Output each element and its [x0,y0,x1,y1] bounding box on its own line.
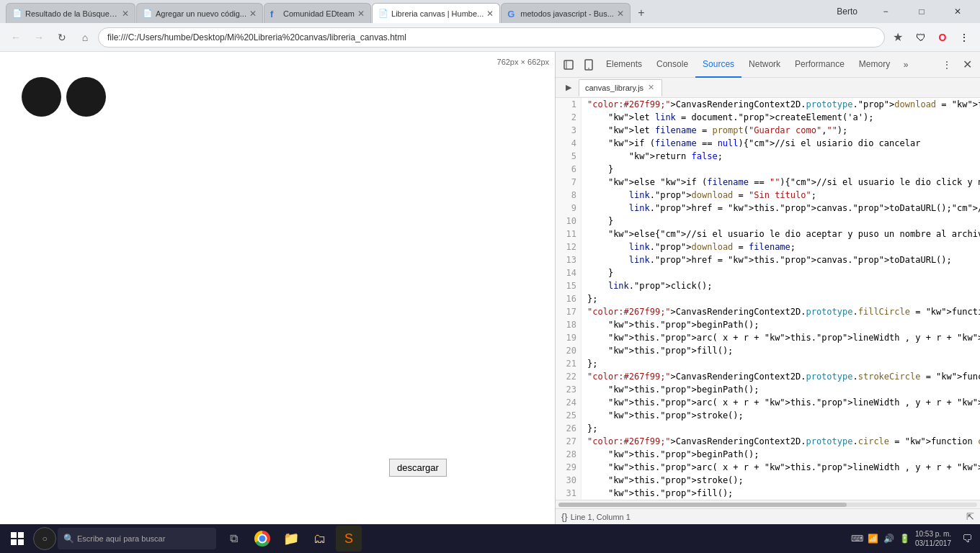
tab-agregar[interactable]: 📄 Agregar un nuevo códig... ✕ [136,3,263,23]
code-line-25: "kw">this."prop">stroke(); [587,409,974,422]
devtools-device-button[interactable] [579,55,599,75]
line-num-2: 2 [556,111,576,124]
scrollbar-track[interactable] [558,503,977,507]
format-button[interactable]: ⇱ [966,511,974,522]
code-line-24: "kw">this."prop">arc( x + r + "kw">this.… [587,396,974,409]
taskbar-file-explorer[interactable]: 📁 [278,526,304,552]
taskbar-file-manager[interactable]: 🗂 [307,526,333,552]
chrome-icon [254,531,270,547]
code-editor: 1234567891011121314151617181920212223242… [556,98,980,500]
tab-close-1[interactable]: ✕ [122,9,129,19]
line-num-3: 3 [556,124,576,137]
devtools-close-button[interactable]: ✕ [957,55,977,75]
close-button[interactable]: ✕ [941,0,974,23]
line-num-17: 17 [556,305,576,318]
tab-performance[interactable]: Performance [788,52,852,78]
home-button[interactable]: ⌂ [75,27,95,48]
code-line-29: "kw">this."prop">arc( x + r + "kw">this.… [587,461,974,474]
line-num-8: 8 [556,189,576,202]
new-tab-button[interactable]: + [631,3,651,23]
status-left: {} Line 1, Column 1 [561,511,631,522]
devtools-more-tabs[interactable]: » [897,55,914,75]
circle-2 [66,77,106,117]
code-line-31: "kw">this."prop">fill(); [587,487,974,500]
tab-favicon-3: f [270,9,280,19]
code-line-11: "kw">else{"cm">//si el usuario le dio ac… [587,228,974,240]
code-line-17: "color:#267f99;">CanvasRenderingContext2… [587,305,974,318]
cortana-button[interactable]: ○ [33,527,56,550]
tab-label-5: metodos javascript - Bus... [520,9,614,18]
code-line-30: "kw">this."prop">stroke(); [587,474,974,487]
tab-close-3[interactable]: ✕ [357,9,365,19]
tab-memory[interactable]: Memory [852,52,897,78]
tab-label-2: Agregar un nuevo códig... [156,9,246,18]
file-nav-button[interactable]: ▶ [558,78,579,98]
bookmark-button[interactable]: ★ [888,27,908,48]
taskbar-date-display: 03/11/2017 [915,539,951,548]
forward-button[interactable]: → [29,27,49,48]
address-input[interactable] [98,27,885,48]
code-line-2: "kw">let link = document."prop">createEl… [587,111,974,124]
code-content[interactable]: "color:#267f99;">CanvasRenderingContext2… [582,98,980,500]
tab-console[interactable]: Console [649,52,695,78]
opera-button[interactable]: O [932,27,953,48]
start-button[interactable] [3,526,32,552]
devtools-settings-button[interactable]: ⋮ [937,55,957,75]
tray-volume-icon[interactable]: 🔊 [882,531,896,546]
line-num-13: 13 [556,253,576,266]
shield-extension-button[interactable]: 🛡 [911,27,931,48]
file-tab-canvas-library[interactable]: canvas_library.js ✕ [579,79,662,96]
horizontal-scrollbar[interactable] [556,500,980,508]
tray-keyboard-icon[interactable]: ⌨ [850,531,865,546]
file-tab-bar: ▶ canvas_library.js ✕ [556,78,980,98]
tab-favicon-2: 📄 [143,9,153,19]
tab-favicon-5: G [507,9,517,19]
code-line-7: "kw">else "kw">if (filename == ""){"cm">… [587,176,974,189]
tab-close-2[interactable]: ✕ [249,9,257,19]
tab-resultado[interactable]: 📄 Resultado de la Búsquec... ✕ [6,3,135,23]
line-num-6: 6 [556,163,576,176]
line-num-24: 24 [556,396,576,409]
restore-button[interactable]: □ [905,0,938,23]
status-right: ⇱ [966,511,974,522]
scrollbar-thumb[interactable] [558,503,847,507]
taskbar-sublime[interactable]: S [336,526,362,552]
tab-close-4[interactable]: ✕ [486,9,494,19]
line-num-21: 21 [556,357,576,370]
taskbar-search-box[interactable]: 🔍 Escribe aquí para buscar [58,528,216,549]
taskbar-time-display: 10:53 p. m. [915,529,951,539]
download-button[interactable]: descargar [389,459,447,477]
tray-battery-icon[interactable]: 🔋 [898,531,912,546]
code-line-8: link."prop">download = "Sin título"; [587,189,974,202]
tab-network[interactable]: Network [741,52,788,78]
line-num-30: 30 [556,474,576,487]
file-tab-close[interactable]: ✕ [648,83,654,92]
tab-edteam[interactable]: f Comunidad EDteam ✕ [264,3,371,23]
tab-sources[interactable]: Sources [695,52,741,78]
minimize-button[interactable]: − [869,0,902,23]
line-num-10: 10 [556,215,576,228]
back-button[interactable]: ← [6,27,26,48]
title-bar-controls: − □ ✕ [869,0,974,23]
title-bar: 📄 Resultado de la Búsquec... ✕ 📄 Agregar… [0,0,980,23]
code-line-9: link."prop">href = "kw">this."prop">canv… [587,202,974,215]
reload-button[interactable]: ↻ [52,27,72,48]
tabs-area: 📄 Resultado de la Búsquec... ✕ 📄 Agregar… [6,0,837,23]
tab-metodos[interactable]: G metodos javascript - Bus... ✕ [501,3,631,23]
devtools-inspect-button[interactable] [558,55,579,75]
menu-button[interactable]: ⋮ [954,27,974,48]
tab-libreria[interactable]: 📄 Libreria canvas | Humbe... ✕ [372,3,500,23]
line-num-16: 16 [556,292,576,305]
line-num-18: 18 [556,318,576,331]
status-position: Line 1, Column 1 [571,513,631,521]
notification-button[interactable]: 🗨 [957,526,977,552]
tray-network-icon[interactable]: 📶 [866,531,881,546]
line-num-1: 1 [556,98,576,111]
extension-buttons: 🛡 O ⋮ [911,27,974,48]
taskbar-task-view[interactable]: ⧉ [220,526,246,552]
profile-name: Berto [837,6,858,17]
taskbar-chrome[interactable] [249,526,275,552]
code-line-10: } [587,215,974,228]
tab-close-5[interactable]: ✕ [617,9,624,19]
tab-elements[interactable]: Elements [599,52,649,78]
